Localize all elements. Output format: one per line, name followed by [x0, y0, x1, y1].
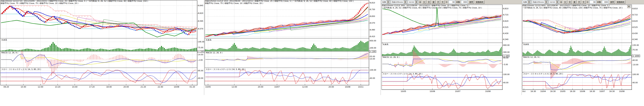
price-axis-label: 8,490 [370, 29, 375, 31]
chart-title-line1: 日経225mini 11/12( 60分, 2011/09/30 - 2011/… [522, 4, 610, 7]
period-button-4[interactable]: 年 [441, 0, 445, 4]
time-axis-label: 10/08 [174, 86, 179, 88]
volume-pane-label: 出来高 [1, 39, 7, 41]
volume-axis-label: 195.00 [198, 41, 204, 43]
pane-resize-handle[interactable] [522, 56, 524, 57]
chart-toolbar: 先物▼日経225mini▼11/12▼足分日週月年分30本数000適用複数銘柄 [381, 0, 522, 4]
dropdown-arrow-icon[interactable]: ▼ [387, 0, 390, 3]
dropdown-arrow-icon[interactable]: ▼ [528, 0, 530, 3]
window-border [522, 0, 522, 95]
volume-scale-box: × 100 [369, 50, 376, 53]
price-axis-label: 8,620 [198, 12, 203, 14]
time-axis-label: 20:00 [328, 86, 334, 88]
chart-canvas[interactable] [204, 0, 381, 96]
dropdown-arrow-icon[interactable]: ▼ [404, 0, 407, 3]
stochastics-pane-label: スロー・ストキャスティクス( 14, 3, 80, 20 ) [523, 73, 563, 75]
multi-symbol-button[interactable]: 複数銘柄 [475, 0, 484, 4]
stochastics-pane-label: スロー・ストキャスティクス( 14, 3, 80, 20 ) [383, 73, 422, 75]
stoch-axis-label: 40.00 [198, 77, 203, 79]
chart-options-dropdown[interactable]: ▼ [627, 5, 631, 8]
chart-canvas[interactable] [522, 0, 644, 96]
window-border [204, 0, 204, 95]
macd-pane-label: MACD( 12, 26, 9 ) [206, 52, 222, 54]
period-button-2[interactable]: 週 [572, 0, 576, 4]
pane-resize-handle[interactable] [382, 43, 383, 44]
time-axis-label: 10/04 [540, 90, 546, 93]
period-button-2[interactable]: 週 [432, 0, 436, 4]
macd-pane-label: MACD( 12, 26, 9 ) [523, 56, 540, 58]
price-axis-label: 8,715 [632, 14, 638, 16]
price-axis-label: 8,650 [370, 15, 375, 17]
dropdown-arrow-icon[interactable]: ▼ [556, 0, 559, 3]
symbol-dropdown[interactable]: 日経225mini▼ [532, 0, 548, 4]
time-axis-label: 14:40 [72, 86, 78, 88]
contract-month-dropdown[interactable]: 11/12▼ [408, 0, 418, 4]
chart-panel-30min[interactable]: 8,8108,7158,6208,5258,4308,340900.00300.… [381, 0, 522, 103]
symbol-type-dropdown[interactable]: 先物▼ [381, 0, 390, 4]
stoch-axis-label: 95.00 [198, 70, 203, 72]
chart-panel-15min[interactable]: 8,8108,7308,6508,5708,4908,410650.00200.… [204, 0, 381, 103]
symbol-type-dropdown[interactable]: 先物▼ [522, 0, 531, 4]
price-axis-label: 8,570 [370, 22, 375, 24]
chart-canvas[interactable] [0, 0, 204, 96]
pane-resize-handle[interactable] [382, 5, 383, 6]
bars-value-spinner[interactable]: 000 [602, 0, 608, 4]
price-axis-label: 8,340 [632, 38, 638, 40]
macd-axis-label: -5.00 [503, 63, 508, 66]
volume-scale-box: × 100 [198, 50, 204, 53]
volume-axis-label: 75.00 [198, 46, 203, 49]
period-button-1[interactable]: 日 [427, 0, 431, 4]
price-axis-label: 8,715 [503, 14, 508, 16]
minute-value-spinner[interactable]: 30 [590, 0, 596, 4]
dropdown-arrow-icon[interactable]: ▼ [545, 0, 548, 3]
chart-toolbar: 先物▼日経225mini▼11/12▼足分日週月年分30本数000適用複数銘柄 [522, 0, 644, 4]
chart-canvas[interactable] [381, 0, 522, 96]
price-axis-label: 8,810 [632, 7, 638, 9]
period-button-3[interactable]: 月 [436, 0, 440, 4]
volume-axis-label: 135.00 [632, 44, 639, 46]
bars-value-spinner[interactable]: 000 [461, 0, 468, 4]
chart-title-line1: 日経225mini 11/12( 30分, 2011/09/30 - 2011/… [382, 4, 469, 7]
macd-pane-label: MACD( 12, 26, 9 ) [1, 52, 18, 54]
volume-pane-label: 出来高 [523, 43, 529, 46]
pane-resize-handle[interactable] [382, 72, 383, 74]
time-axis-label: 10/11 [358, 86, 364, 88]
time-axis-label: 16:30 [609, 90, 615, 93]
pane-resize-handle[interactable] [522, 43, 524, 44]
stoch-axis-label: 40.00 [370, 77, 375, 79]
period-button-4[interactable]: 年 [582, 0, 586, 4]
time-axis-label: 22:40 [158, 86, 163, 88]
pane-resize-handle[interactable] [522, 5, 524, 6]
contract-month-dropdown[interactable]: 11/12▼ [549, 0, 559, 4]
time-axis-label: 20:00 [124, 86, 129, 88]
charting-workspace: 8,6458,6208,5958,570195.0075.0014.50-2.0… [0, 0, 644, 106]
chart-panel-60min[interactable]: 8,8108,7158,6208,5258,4308,340135.0075.0… [522, 0, 644, 103]
macd-axis-label: -10.00 [632, 64, 638, 66]
time-axis-label: 16:30 [570, 90, 576, 93]
price-axis-label: 8,620 [503, 20, 508, 22]
price-axis-label: 8,340 [503, 38, 508, 40]
time-axis-label: 10/06 [580, 90, 585, 93]
price-axis-label: 8,525 [632, 26, 638, 28]
volume-pane-label: 出来高 [383, 43, 388, 46]
dropdown-arrow-icon[interactable]: ▼ [415, 0, 418, 3]
chart-title-line2: 一目均衡表( 9, 26, 52 ) 移動平均( Close, 40 ) 移動平… [382, 7, 482, 9]
period-button-0[interactable]: 分 [422, 0, 426, 4]
minute-value-spinner[interactable]: 30 [449, 0, 455, 4]
period-button-1[interactable]: 日 [568, 0, 572, 4]
pane-resize-handle[interactable] [522, 72, 524, 74]
period-button-3[interactable]: 月 [577, 0, 581, 4]
chart-title-line1: 日経225mini 11/12( 15分, 2011/09/30 - 2011/… [205, 0, 354, 2]
time-axis-label: 21:20 [140, 86, 146, 88]
ashi-label: 足 [419, 1, 422, 3]
apply-button[interactable]: 適用 [468, 0, 474, 4]
pane-resize-handle[interactable] [382, 56, 383, 57]
chart-panel-5min[interactable]: 8,6458,6208,5958,570195.0075.0014.50-2.0… [0, 0, 204, 103]
time-axis-label: 01:20 [190, 86, 195, 88]
symbol-dropdown[interactable]: 日経225mini▼ [391, 0, 407, 4]
stoch-axis-label: 40.00 [503, 82, 508, 84]
time-axis-label: 16:30 [590, 90, 595, 93]
period-button-0[interactable]: 分 [563, 0, 567, 4]
multi-symbol-button[interactable]: 複数銘柄 [616, 0, 625, 4]
apply-button[interactable]: 適用 [609, 0, 615, 4]
